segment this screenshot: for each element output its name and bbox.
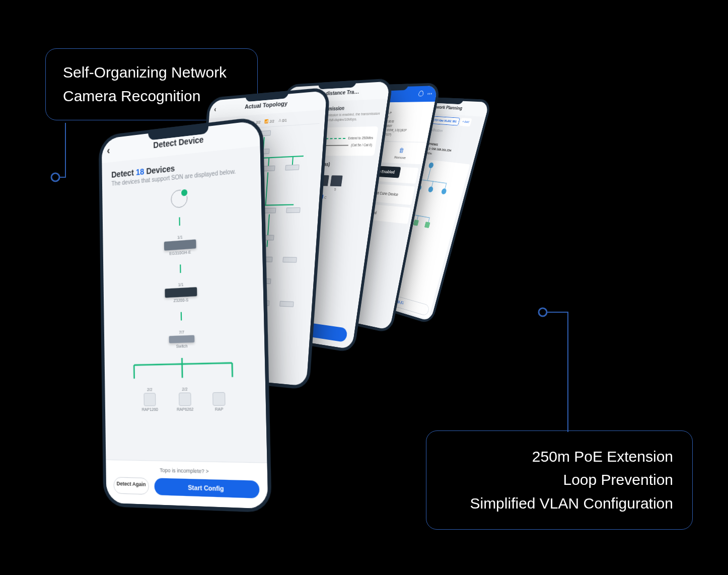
device-node[interactable]: 1/1 EG310GH-E xyxy=(164,234,196,256)
tab-add-vlan[interactable]: + Add xyxy=(459,118,472,126)
device-node[interactable]: 2/2RAP6262 xyxy=(176,387,193,412)
screen-title: Actual Topology xyxy=(245,100,288,110)
svg-point-0 xyxy=(51,173,59,181)
phone-detect-device: ‹ Detect Device Detect 18 Devices The de… xyxy=(99,116,272,513)
port-5[interactable]: 5 xyxy=(330,175,343,186)
device-node[interactable]: 7/7 Switch xyxy=(169,330,194,349)
device-node[interactable]: 2/2RAP1260 xyxy=(141,387,158,411)
back-icon[interactable]: ‹ xyxy=(107,144,110,157)
device-node[interactable]: 1/1 Z3200-S xyxy=(165,281,197,303)
callout-connector xyxy=(538,307,608,433)
back-icon[interactable]: ‹ xyxy=(214,105,216,113)
internet-icon xyxy=(171,189,187,208)
svg-point-1 xyxy=(539,308,547,316)
remove-button[interactable]: 🗑Remove xyxy=(377,146,426,161)
more-icon[interactable]: ⋯ xyxy=(426,91,433,97)
device-chain: 1/1 EG310GH-E 1/1 Z3200-S 7/7 xyxy=(112,183,255,412)
detect-again-button[interactable]: Detect Again xyxy=(113,477,149,494)
screen-title: Detect Device xyxy=(153,135,203,150)
device-node[interactable]: RAP xyxy=(212,387,226,411)
bell-icon[interactable] xyxy=(418,91,424,96)
trash-icon: 🗑 xyxy=(397,146,406,155)
